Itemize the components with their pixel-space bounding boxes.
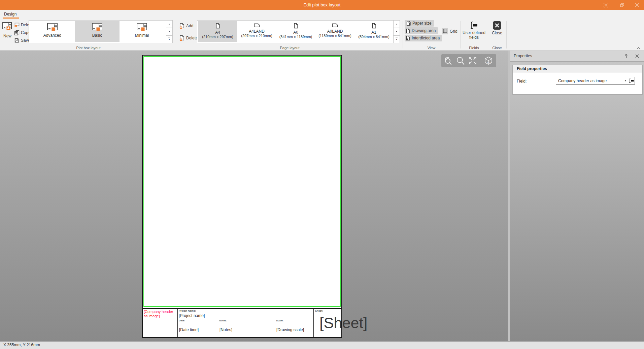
paper-landscape-icon — [254, 23, 260, 28]
zoom-extents-icon[interactable] — [468, 56, 478, 65]
add-page-button[interactable]: Add — [179, 22, 193, 30]
toggle-interdicted-area-label: Interdicted area — [412, 36, 440, 40]
page-gallery-up-icon[interactable]: ▲ — [394, 21, 400, 28]
toggle-interdicted-area[interactable]: Interdicted area — [405, 35, 442, 41]
grid-label: Grid — [450, 29, 457, 34]
page-size-a0land-dims: (1189mm x 841mm) — [315, 34, 354, 38]
group-label-plot-box: Plot box layout — [0, 46, 177, 50]
layout-canvas[interactable]: [Company header as image] Project Name: … — [0, 51, 508, 341]
date-value: [Date time] — [178, 323, 218, 337]
user-defined-fields-icon — [470, 21, 478, 30]
field-type-cursor-icon — [628, 78, 635, 83]
paper-portrait-icon — [215, 23, 220, 29]
plotbox-gallery-down-icon[interactable]: ▼ — [166, 28, 172, 35]
add-page-label: Add — [186, 24, 193, 28]
user-defined-fields-label: User defined fields — [461, 30, 487, 40]
page-size-a1-name: A1 — [354, 30, 393, 35]
drawing-area-outline — [143, 56, 341, 307]
grid-toggle[interactable]: Grid — [442, 28, 457, 34]
page-gallery-down-icon[interactable]: ▼ — [394, 28, 400, 35]
toggle-drawing-area-label: Drawing area — [412, 28, 436, 33]
view-3d-icon[interactable]: 3D — [484, 56, 493, 65]
tab-design[interactable]: Design — [3, 11, 18, 17]
page-size-a4-dims: (210mm x 297mm) — [198, 35, 237, 39]
plotbox-item-minimal[interactable]: Minimal — [120, 21, 164, 42]
sheet-cell[interactable]: Sheet: [Sheet] — [314, 309, 341, 337]
project-name-cell[interactable]: Project Name: [Project name] — [178, 309, 313, 319]
plotbox-item-basic[interactable]: Basic — [75, 21, 120, 42]
plotbox-advanced-icon — [47, 23, 58, 32]
notes-cell[interactable]: Notes: [Notes] — [218, 319, 275, 337]
copy-plotbox-button[interactable]: Copy — [14, 29, 30, 36]
save-icon — [14, 38, 20, 43]
field-label: Field: — [517, 79, 527, 84]
interdicted-area-icon — [406, 36, 410, 41]
page-gallery-scrollbar: ▲ ▼ ▼ — [393, 21, 400, 43]
save-plotbox-button[interactable]: Save — [14, 37, 30, 44]
plotbox-gallery-up-icon[interactable]: ▲ — [166, 21, 172, 28]
page-size-a1[interactable]: A1 (594mm x 841mm) — [354, 21, 393, 42]
field-combobox[interactable]: Company header as image ▼ — [556, 77, 635, 85]
fullscreen-icon[interactable] — [603, 2, 609, 8]
paper-landscape-icon — [332, 23, 338, 28]
close-dialog-button[interactable]: Close — [489, 20, 505, 35]
page-size-a0-name: A0 — [276, 30, 315, 35]
group-label-close: Close — [488, 46, 506, 50]
new-button[interactable]: New — [1, 22, 13, 41]
plotbox-minimal-icon — [137, 23, 147, 32]
page-size-a0[interactable]: A0 (841mm x 1189mm) — [276, 21, 315, 42]
company-header-field[interactable]: [Company header as image] — [143, 309, 178, 337]
group-label-fields: Fields — [460, 46, 488, 50]
toggle-paper-size-label: Paper size — [412, 21, 432, 26]
page-size-gallery: A4 (210mm x 297mm) A4LAND (297mm x 210mm… — [197, 20, 400, 43]
cursor-position-readout: X 355mm, Y 216mm — [3, 343, 40, 347]
scale-value: [Drawing scale] — [275, 323, 313, 337]
delete-plotbox-icon — [14, 22, 20, 28]
close-window-icon[interactable] — [634, 2, 640, 8]
paper-sheet[interactable]: [Company header as image] Project Name: … — [142, 55, 342, 338]
ribbon-tab-row: Design — [0, 10, 644, 19]
page-size-a4land[interactable]: A4LAND (297mm x 210mm) — [237, 21, 276, 42]
add-page-icon — [179, 23, 185, 29]
restore-window-icon[interactable] — [619, 2, 625, 8]
toggle-drawing-area[interactable]: Drawing area — [405, 27, 438, 34]
page-size-a4[interactable]: A4 (210mm x 297mm) — [198, 21, 237, 42]
title-block[interactable]: [Company header as image] Project Name: … — [143, 308, 341, 337]
page-size-a4-name: A4 — [198, 30, 237, 35]
group-fields: User defined fields Fields — [460, 19, 488, 50]
close-dialog-label: Close — [489, 31, 505, 35]
group-separator — [506, 21, 507, 49]
plotbox-advanced-label: Advanced — [30, 33, 75, 38]
notes-value: [Notes] — [218, 323, 275, 337]
properties-title: Properties — [514, 54, 532, 58]
group-label-view: View — [403, 46, 460, 50]
window-title: Edit plot box layout — [0, 0, 644, 10]
page-size-a4land-dims: (297mm x 210mm) — [237, 34, 276, 38]
delete-page-label: Delete — [186, 36, 198, 40]
toggle-paper-size[interactable]: Paper size — [405, 20, 434, 27]
project-name-value: [Project name] — [179, 313, 205, 318]
zoom-icon[interactable] — [456, 56, 465, 65]
page-size-a0land[interactable]: A0LAND (1189mm x 841mm) — [315, 21, 354, 42]
collapse-ribbon-icon[interactable] — [636, 45, 642, 49]
scale-cell[interactable]: Scale: [Drawing scale] — [275, 319, 313, 337]
page-gallery-expand-icon[interactable]: ▼ — [394, 36, 400, 43]
new-button-label: New — [1, 34, 13, 38]
svg-text:3D: 3D — [487, 61, 490, 64]
plotbox-basic-icon — [92, 23, 103, 32]
paper-portrait-icon — [294, 23, 298, 29]
delete-page-button[interactable]: Delete — [179, 34, 198, 42]
copy-icon — [14, 30, 20, 35]
group-label-page-layout: Page layout — [177, 46, 403, 50]
zoom-previous-icon[interactable] — [443, 56, 453, 65]
user-defined-fields-button[interactable]: User defined fields — [461, 20, 487, 40]
combobox-dropdown-icon[interactable]: ▼ — [623, 79, 628, 82]
date-cell[interactable]: Date: [Date time] — [178, 319, 218, 337]
plotbox-item-advanced[interactable]: Advanced — [30, 21, 75, 42]
ribbon: New Delete Copy Save — [0, 19, 644, 51]
notes-label: Notes: — [218, 319, 275, 323]
sheet-label: Sheet: — [315, 309, 341, 312]
close-panel-icon[interactable] — [635, 54, 640, 59]
plotbox-gallery-expand-icon[interactable]: ▼ — [166, 36, 172, 43]
pin-panel-icon[interactable] — [624, 54, 629, 59]
